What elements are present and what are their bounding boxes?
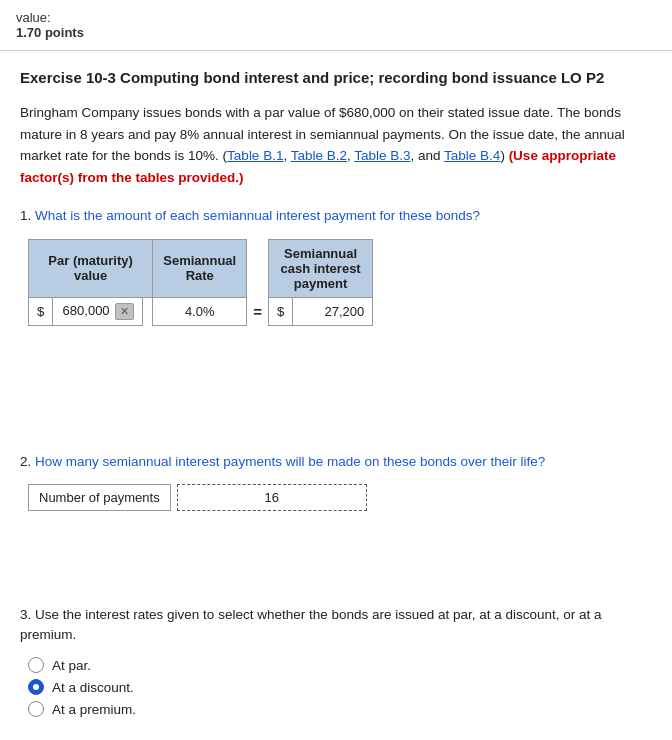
table-b3-link[interactable]: Table B.3 [354,148,410,163]
q3-option-at-discount-label: At a discount. [52,680,134,695]
q3-option-at-par-label: At par. [52,658,91,673]
question-1: 1. What is the amount of each semiannual… [20,206,652,325]
q1-table: Par (maturity) value Semiannual Rate Sem… [28,239,373,326]
q1-text: What is the amount of each semiannual in… [35,208,480,223]
exercise-title: Exercise 10-3 Computing bond interest an… [20,67,652,88]
q3-text: Use the interest rates given to select w… [20,607,602,642]
q3-option-at-discount[interactable]: At a discount. [28,679,652,695]
q1-col2-header: Semiannual Rate [153,239,247,297]
q1-result-currency: $ [268,297,292,325]
q1-col3-header: Semiannual cash interest payment [268,239,372,297]
q1-par-currency: $ [29,297,53,325]
spacer-1 [20,342,652,422]
q3-options: At par. At a discount. At a premium. [28,657,652,717]
question-2: 2. How many semiannual interest payments… [20,452,652,511]
table-b4-link[interactable]: Table B.4 [444,148,500,163]
q1-clear-button[interactable]: ✕ [115,303,134,320]
q2-text: How many semiannual interest payments wi… [35,454,545,469]
q1-number: 1. [20,208,31,223]
q3-option-at-par[interactable]: At par. [28,657,652,673]
table-b1-link[interactable]: Table B.1 [227,148,283,163]
q1-par-value[interactable]: 680,000 ✕ [53,297,143,325]
q3-radio-at-par[interactable] [28,657,44,673]
q2-value-input[interactable] [177,484,367,511]
q3-option-at-premium[interactable]: At a premium. [28,701,652,717]
q2-number: 2. [20,454,31,469]
value-points: 1.70 points [16,25,656,40]
q1-equals-cell: = [247,297,269,325]
q3-radio-at-premium[interactable] [28,701,44,717]
exercise-description: Bringham Company issues bonds with a par… [20,102,652,188]
q1-result-value: 27,200 [293,297,373,325]
q2-input-row: Number of payments [28,484,652,511]
table-b2-link[interactable]: Table B.2 [291,148,347,163]
question-3: 3. Use the interest rates given to selec… [20,605,652,718]
q1-rate-cell[interactable]: 4.0% [153,297,247,325]
q3-radio-at-discount[interactable] [28,679,44,695]
q1-spacer-th [247,239,269,297]
value-section: value: 1.70 points [0,0,672,51]
q1-col1-header: Par (maturity) value [29,239,153,297]
spacer-2 [20,525,652,575]
q1-multiply-sign [143,297,153,325]
q3-option-at-premium-label: At a premium. [52,702,136,717]
value-label: value: [16,10,656,25]
q2-label: Number of payments [28,484,171,511]
q3-number: 3. [20,607,31,622]
